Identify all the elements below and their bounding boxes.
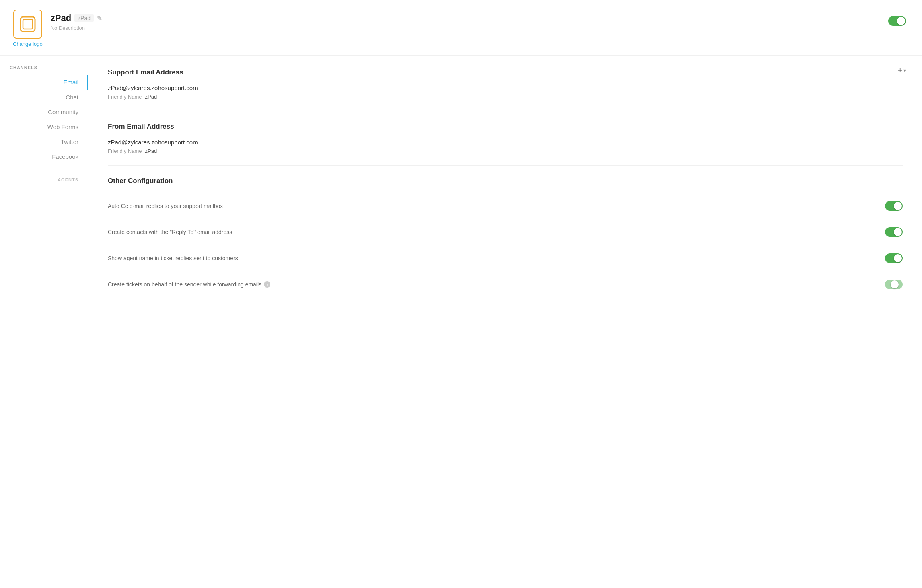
config-label-auto-cc: Auto Cc e-mail replies to your support m…	[108, 203, 223, 209]
from-friendly-name-label: Friendly Name	[108, 148, 142, 154]
sidebar-item-chat[interactable]: Chat	[0, 90, 88, 105]
edit-icon[interactable]: ✎	[97, 14, 102, 22]
section-divider-2	[108, 165, 903, 166]
from-friendly-name-value: zPad	[145, 148, 157, 154]
agents-label: AGENTS	[0, 177, 88, 187]
toggle-create-tickets[interactable]	[885, 280, 903, 289]
config-row-show-agent-name: Show agent name in ticket replies sent t…	[108, 245, 903, 271]
toggle-show-agent-name[interactable]	[885, 253, 903, 263]
other-config-section: Other Configuration Auto Cc e-mail repli…	[108, 177, 903, 297]
app-subtitle: zPad	[74, 14, 94, 22]
support-friendly-name-label: Friendly Name	[108, 94, 142, 100]
header-title-row: zPad zPad ✎	[51, 13, 102, 23]
support-email-address: zPad@zylcares.zohosupport.com	[108, 84, 903, 91]
toggle-slider-create-tickets[interactable]	[885, 280, 903, 289]
from-email-info: zPad@zylcares.zohosupport.com Friendly N…	[108, 139, 903, 154]
other-config-title: Other Configuration	[108, 177, 903, 185]
config-row-create-tickets: Create tickets on behalf of the sender w…	[108, 271, 903, 297]
sidebar-item-community[interactable]: Community	[0, 105, 88, 119]
sidebar-item-facebook[interactable]: Facebook	[0, 149, 88, 164]
sidebar-item-twitter[interactable]: Twitter	[0, 134, 88, 149]
toggle-slider-show-agent-name[interactable]	[885, 253, 903, 263]
header: Change logo zPad zPad ✎ No Description	[0, 0, 922, 56]
config-row-create-contacts: Create contacts with the "Reply To" emai…	[108, 219, 903, 245]
config-label-create-tickets: Create tickets on behalf of the sender w…	[108, 281, 270, 288]
toggle-slider-create-contacts[interactable]	[885, 227, 903, 237]
sidebar-item-email[interactable]: Email	[0, 75, 88, 90]
header-info: zPad zPad ✎ No Description	[51, 10, 102, 31]
main-toggle-slider[interactable]	[888, 16, 906, 26]
support-email-info: zPad@zylcares.zohosupport.com Friendly N…	[108, 84, 903, 100]
support-email-title: Support Email Address	[108, 68, 903, 76]
config-row-auto-cc: Auto Cc e-mail replies to your support m…	[108, 193, 903, 219]
support-friendly-name-value: zPad	[145, 94, 157, 100]
main-container: CHANNELS Email Chat Community Web Forms …	[0, 56, 922, 587]
support-email-section: Support Email Address zPad@zylcares.zoho…	[108, 68, 903, 100]
section-divider-1	[108, 111, 903, 111]
sidebar-item-web-forms[interactable]: Web Forms	[0, 119, 88, 134]
sidebar: CHANNELS Email Chat Community Web Forms …	[0, 56, 88, 587]
app-title: zPad	[51, 13, 71, 23]
add-plus-icon: +	[897, 65, 903, 76]
config-label-show-agent-name: Show agent name in ticket replies sent t…	[108, 255, 238, 261]
add-chevron-icon: ▾	[903, 68, 906, 73]
channels-label: CHANNELS	[0, 65, 88, 75]
info-icon-create-tickets[interactable]: i	[264, 281, 270, 288]
add-button[interactable]: + ▾	[897, 65, 906, 76]
toggle-create-contacts[interactable]	[885, 227, 903, 237]
main-toggle[interactable]	[888, 16, 906, 27]
app-description: No Description	[51, 25, 102, 31]
svg-rect-1	[23, 19, 33, 29]
from-friendly-name-row: Friendly Name zPad	[108, 148, 903, 154]
from-email-section: From Email Address zPad@zylcares.zohosup…	[108, 123, 903, 154]
logo-box	[13, 10, 42, 39]
logo-container: Change logo	[13, 10, 43, 47]
config-label-create-contacts: Create contacts with the "Reply To" emai…	[108, 229, 232, 235]
toggle-slider-auto-cc[interactable]	[885, 201, 903, 211]
support-friendly-name-row: Friendly Name zPad	[108, 94, 903, 100]
content-area: + ▾ Support Email Address zPad@zylcares.…	[88, 56, 922, 587]
from-email-address: zPad@zylcares.zohosupport.com	[108, 139, 903, 146]
change-logo-link[interactable]: Change logo	[13, 41, 43, 47]
sidebar-divider	[0, 171, 88, 171]
toggle-auto-cc[interactable]	[885, 201, 903, 211]
from-email-title: From Email Address	[108, 123, 903, 131]
